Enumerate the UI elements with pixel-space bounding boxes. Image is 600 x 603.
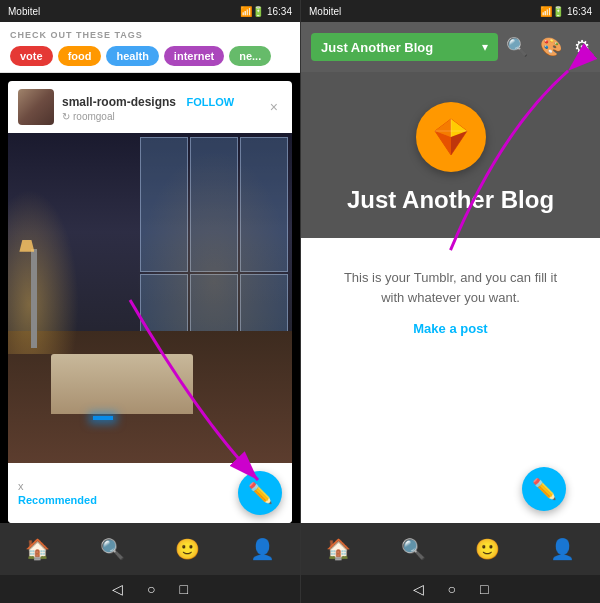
header-icons: 🔍 🎨 ⚙ — [506, 36, 590, 58]
left-panel: Mobitel 📶🔋 16:34 CHECK OUT THESE TAGS vo… — [0, 0, 300, 603]
left-system-bar: ◁ ○ □ — [0, 575, 300, 603]
tag-food[interactable]: food — [58, 46, 102, 66]
make-post-link[interactable]: Make a post — [413, 321, 487, 336]
post-header: small-room-designs FOLLOW ↻ roomgoal × — [8, 81, 292, 133]
tags-label: CHECK OUT THESE TAGS — [10, 30, 290, 40]
source-name: roomgoal — [73, 111, 115, 122]
left-nav-home[interactable]: 🏠 — [25, 537, 50, 561]
tag-internet[interactable]: internet — [164, 46, 224, 66]
settings-icon[interactable]: ⚙ — [574, 36, 590, 58]
dropdown-arrow-icon: ▾ — [482, 40, 488, 54]
right-status-right: 📶🔋 16:34 — [540, 6, 592, 17]
left-back-button[interactable]: ◁ — [112, 581, 123, 597]
close-post-button[interactable]: × — [266, 95, 282, 119]
recommended-label: Recommended — [18, 494, 238, 506]
left-recent-button[interactable]: □ — [180, 581, 188, 597]
room-sofa — [51, 354, 193, 413]
right-time: 16:34 — [567, 6, 592, 17]
reblog-icon: ↻ — [62, 111, 70, 122]
left-status-right: 📶🔋 16:34 — [240, 6, 292, 17]
lamp-glow — [8, 189, 79, 354]
right-recent-button[interactable]: □ — [480, 581, 488, 597]
right-bottom-nav: 🏠 🔍 🙂 👤 — [301, 523, 600, 575]
blog-logo-icon — [429, 115, 473, 159]
post-x: x — [18, 480, 238, 492]
left-fab-icon: ✏️ — [248, 481, 273, 505]
right-nav-user[interactable]: 👤 — [550, 537, 575, 561]
post-avatar — [18, 89, 54, 125]
post-footer: x Recommended ✏️ — [8, 463, 292, 523]
left-fab[interactable]: ✏️ — [238, 471, 282, 515]
left-nav-search[interactable]: 🔍 — [100, 537, 125, 561]
left-nav-user[interactable]: 👤 — [250, 537, 275, 561]
tags-row: vote food health internet ne... — [10, 46, 290, 66]
palette-icon[interactable]: 🎨 — [540, 36, 562, 58]
post-source: ↻ roomgoal — [62, 111, 258, 122]
right-app-header: Just Another Blog ▾ 🔍 🎨 ⚙ — [301, 22, 600, 72]
right-system-bar: ◁ ○ □ — [301, 575, 600, 603]
right-nav-emoji[interactable]: 🙂 — [475, 537, 500, 561]
right-status-icons: 📶🔋 — [540, 6, 564, 17]
tag-vote[interactable]: vote — [10, 46, 53, 66]
left-bottom-nav: 🏠 🔍 🙂 👤 — [0, 523, 300, 575]
blog-title: Just Another Blog — [347, 186, 554, 214]
right-fab-area: ✏️ — [331, 336, 570, 523]
tags-section: CHECK OUT THESE TAGS vote food health in… — [0, 22, 300, 73]
tag-new[interactable]: ne... — [229, 46, 271, 66]
right-nav-search[interactable]: 🔍 — [401, 537, 426, 561]
post-image — [8, 133, 292, 463]
left-carrier: Mobitel — [8, 6, 40, 17]
avatar-img — [18, 89, 54, 125]
left-time: 16:34 — [267, 6, 292, 17]
blog-name-text: Just Another Blog — [321, 40, 433, 55]
right-fab-icon: ✏️ — [532, 477, 557, 501]
post-card: small-room-designs FOLLOW ↻ roomgoal × — [8, 81, 292, 523]
blog-description: This is your Tumblr, and you can fill it… — [331, 268, 570, 307]
left-status-icons: 📶🔋 — [240, 6, 264, 17]
left-nav-emoji[interactable]: 🙂 — [175, 537, 200, 561]
right-carrier: Mobitel — [309, 6, 341, 17]
follow-button[interactable]: FOLLOW — [186, 96, 234, 108]
right-back-button[interactable]: ◁ — [413, 581, 424, 597]
room-scene — [8, 133, 292, 463]
blog-name-bar[interactable]: Just Another Blog ▾ — [311, 33, 498, 61]
right-nav-home[interactable]: 🏠 — [326, 537, 351, 561]
post-username: small-room-designs — [62, 95, 176, 109]
blog-hero: Just Another Blog — [301, 72, 600, 238]
blog-body: This is your Tumblr, and you can fill it… — [301, 238, 600, 523]
post-meta: small-room-designs FOLLOW ↻ roomgoal — [62, 92, 258, 122]
tag-health[interactable]: health — [106, 46, 158, 66]
blog-logo — [416, 102, 486, 172]
room-lamp — [31, 249, 37, 348]
led-blue — [93, 416, 113, 420]
right-status-bar: Mobitel 📶🔋 16:34 — [301, 0, 600, 22]
left-home-button[interactable]: ○ — [147, 581, 155, 597]
search-icon[interactable]: 🔍 — [506, 36, 528, 58]
right-home-button[interactable]: ○ — [448, 581, 456, 597]
post-username-row: small-room-designs FOLLOW — [62, 92, 258, 110]
left-status-bar: Mobitel 📶🔋 16:34 — [0, 0, 300, 22]
right-panel: Mobitel 📶🔋 16:34 Just Another Blog ▾ 🔍 🎨… — [300, 0, 600, 603]
right-fab[interactable]: ✏️ — [522, 467, 566, 511]
